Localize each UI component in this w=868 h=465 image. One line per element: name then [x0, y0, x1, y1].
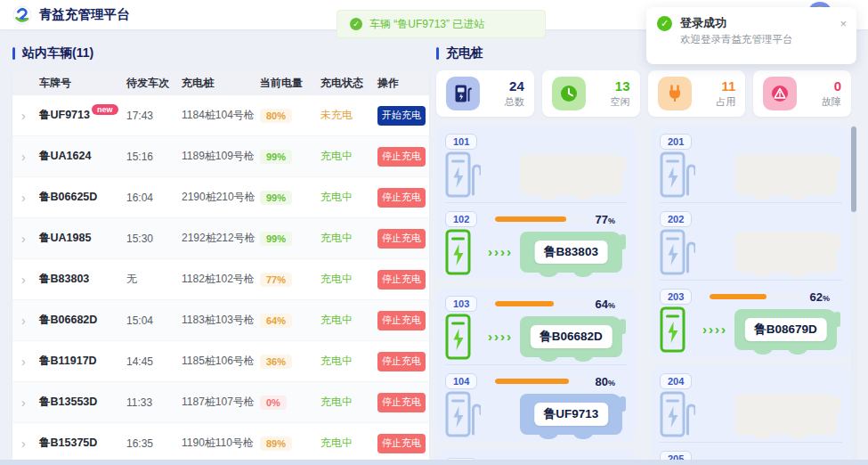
stat-value: 0: [822, 78, 841, 94]
table-row: › 鲁B13553D 11:33 1187桩107号枪 0% 充电中 停止充电: [12, 382, 429, 423]
column-header: 车牌号: [39, 76, 126, 91]
stat-card-占用: 11 占用: [648, 70, 746, 117]
bus-silhouette: 鲁B06682D: [520, 316, 622, 357]
expand-row-icon[interactable]: ›: [21, 396, 26, 410]
expand-row-icon[interactable]: ›: [21, 109, 26, 123]
vertical-scrollbar-thumb[interactable]: [851, 126, 856, 212]
expand-row-icon[interactable]: ›: [21, 150, 26, 164]
close-icon[interactable]: ×: [840, 18, 847, 29]
plate-number: 鲁B06625D: [39, 191, 97, 203]
charge-status: 充电中: [320, 396, 353, 408]
plate-number: 鲁UA1985: [39, 232, 91, 244]
depart-time: 16:04: [126, 192, 182, 204]
pile-slot-201: 201: [660, 126, 842, 202]
gun-number-badge: 202: [660, 211, 692, 227]
plate-number: 鲁B83803: [39, 273, 89, 285]
title-accent-bar: [12, 47, 15, 60]
battery-badge: 99%: [260, 191, 292, 205]
charge-status: 充电中: [320, 150, 353, 162]
pile-slot-103: 103 64% ›››› 鲁B06682D: [445, 288, 628, 364]
pile-group: 201 202 203 62%: [651, 126, 851, 357]
soc-percent: 62%: [810, 290, 830, 304]
charger-pile-icon: [660, 306, 695, 353]
charger-pile-icon: [660, 151, 695, 198]
stop-charge-button[interactable]: 停止充电: [377, 311, 426, 330]
expand-row-icon[interactable]: ›: [21, 314, 26, 328]
charging-flow-arrows: ››››: [488, 329, 513, 344]
pile-name: 1185桩106号枪: [182, 354, 260, 369]
soc-percent: 64%: [596, 298, 615, 311]
title-accent-bar: [436, 47, 439, 60]
column-header: 操作: [377, 76, 420, 91]
expand-row-icon[interactable]: ›: [21, 273, 26, 287]
expand-row-icon[interactable]: ›: [21, 232, 26, 246]
column-header: 充电状态: [320, 76, 377, 91]
pile-column: 201 202 203 62%: [651, 126, 851, 465]
stop-charge-button[interactable]: 停止充电: [377, 270, 426, 290]
depart-time: 15:16: [126, 151, 182, 163]
charge-status: 充电中: [320, 314, 353, 326]
plate-number: 鲁B13553D: [39, 396, 97, 408]
gun-number-badge: 201: [660, 134, 692, 150]
start-charge-button[interactable]: 开始充电: [377, 106, 426, 126]
toast-login-message: 欢迎登录青益充管理平台: [680, 33, 793, 46]
charge-status: 未充电: [320, 109, 353, 121]
empty-bus-silhouette: [734, 232, 837, 273]
vehicles-section-title: 站内车辆(11): [12, 45, 429, 62]
stop-charge-button[interactable]: 停止充电: [377, 147, 426, 167]
gun-number-badge: 102: [445, 211, 477, 227]
toast-vehicle-arrival: ✓ 车辆 “鲁UF9713” 已进站: [337, 10, 546, 38]
pile-name: 1184桩104号枪: [182, 108, 260, 123]
pile-name: 1190桩110号枪: [182, 436, 260, 451]
stat-label: 占用: [716, 95, 735, 109]
expand-row-icon[interactable]: ›: [21, 191, 26, 205]
table-row: › 鲁B11917D 14:45 1185桩106号枪 36% 充电中 停止充电: [12, 341, 429, 382]
toast-login-title: 登录成功: [680, 15, 793, 30]
stat-value: 13: [611, 78, 630, 94]
charger-pile-icon: [660, 229, 695, 275]
charger-pile-icon: [445, 314, 481, 360]
stop-charge-button[interactable]: 停止充电: [377, 393, 426, 412]
table-row: › 鲁B06625D 16:04 2190桩210号枪 99% 充电中 停止充电: [12, 177, 429, 218]
plate-number: 鲁B11917D: [39, 355, 97, 367]
stat-label: 总数: [505, 95, 524, 109]
table-row: › 鲁B06682D 15:04 1183桩103号枪 64% 充电中 停止充电: [12, 300, 429, 341]
charge-status: 充电中: [320, 436, 353, 449]
pile-name: 1182桩102号枪: [182, 272, 260, 287]
bus-plate: 鲁B06682D: [530, 325, 612, 348]
expand-row-icon[interactable]: ›: [21, 436, 26, 451]
pile-name: 1183桩103号枪: [182, 313, 260, 328]
stop-charge-button[interactable]: 停止充电: [377, 229, 426, 249]
bus-plate: 鲁UF9713: [534, 403, 609, 426]
charger-pile-icon: [445, 229, 481, 275]
stop-charge-button[interactable]: 停止充电: [377, 434, 426, 453]
battery-badge: 0%: [260, 396, 287, 410]
stat-value: 24: [505, 78, 524, 94]
pile-name: 2190桩210号枪: [182, 190, 260, 205]
pile-group: 204 205: [651, 365, 851, 465]
empty-bus-silhouette: [734, 394, 837, 435]
pile-column: 101 102 77% ›››› 鲁B83803: [436, 126, 637, 465]
plug-icon: [658, 77, 692, 110]
vehicles-title-text: 站内车辆(11): [22, 45, 93, 61]
alert-icon: [763, 77, 797, 110]
plate-number: 鲁UA1624: [39, 150, 91, 162]
toast-arrival-text: 车辆 “鲁UF9713” 已进站: [369, 17, 484, 32]
bus-silhouette: 鲁UF9713: [520, 394, 622, 435]
table-row: › 鲁UF9713new 17:43 1184桩104号枪 80% 未充电 开始…: [12, 95, 429, 136]
stat-label: 空闲: [611, 95, 630, 109]
charger-station-icon: [446, 77, 480, 110]
gun-number-badge: 104: [445, 373, 477, 389]
depart-time: 15:04: [126, 314, 182, 327]
expand-row-icon[interactable]: ›: [21, 355, 26, 369]
pile-group: 101 102 77% ›››› 鲁B83803: [436, 126, 637, 280]
stop-charge-button[interactable]: 停止充电: [377, 352, 426, 371]
bus-silhouette: 鲁B08679D: [734, 309, 837, 350]
table-row: › 鲁UA1985 15:30 2192桩212号枪 99% 充电中 停止充电: [12, 218, 429, 259]
battery-badge: 99%: [260, 150, 292, 164]
horizontal-scrollbar[interactable]: [0, 460, 868, 465]
charging-flow-arrows: ››››: [702, 322, 727, 337]
empty-bus-silhouette: [520, 154, 622, 195]
stop-charge-button[interactable]: 停止充电: [377, 188, 426, 208]
bus-plate: 鲁B08679D: [744, 318, 827, 341]
